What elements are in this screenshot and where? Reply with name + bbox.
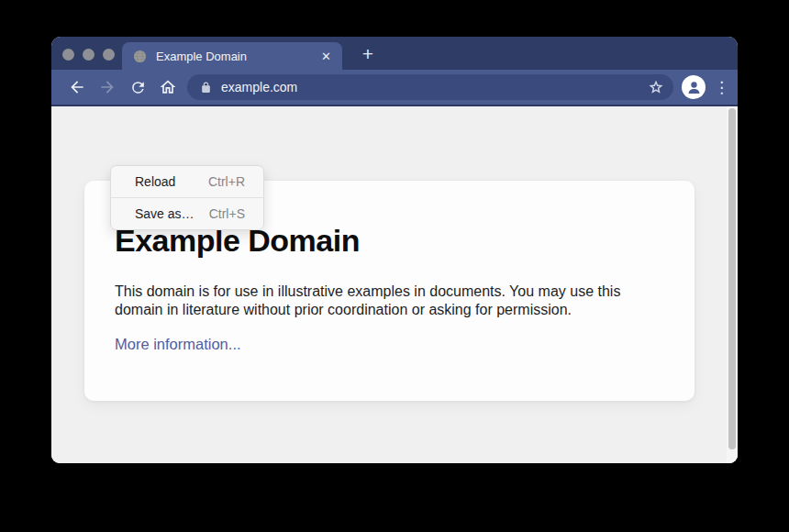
menu-item-shortcut: Ctrl+S [209,206,245,221]
context-menu: Reload Ctrl+R Save as… Ctrl+S [110,165,264,230]
lock-icon[interactable] [200,81,212,94]
context-menu-item-reload[interactable]: Reload Ctrl+R [111,166,263,197]
menu-item-label: Reload [135,174,175,189]
more-information-link[interactable]: More information... [115,336,241,353]
titlebar: Example Domain ✕ + [51,37,738,70]
back-button[interactable] [66,76,88,98]
menu-item-label: Save as… [135,206,194,221]
maximize-button[interactable] [103,49,115,61]
reload-button[interactable] [127,76,149,98]
navigation-toolbar: example.com ⋮ [51,70,738,106]
browser-tab[interactable]: Example Domain ✕ [122,42,342,70]
globe-favicon-icon [133,50,147,63]
menu-item-shortcut: Ctrl+R [208,174,245,189]
context-menu-item-save-as[interactable]: Save as… Ctrl+S [111,198,263,229]
scrollbar-track[interactable] [727,106,738,463]
page-viewport: Example Domain This domain is for use in… [51,106,738,463]
scrollbar-thumb[interactable] [728,108,736,449]
forward-button[interactable] [96,76,118,98]
tab-title: Example Domain [156,50,314,63]
new-tab-button[interactable]: + [355,40,381,66]
tab-close-icon[interactable]: ✕ [321,50,331,62]
window-controls [62,49,115,61]
profile-avatar[interactable] [682,75,706,99]
paragraph-line: domain in literature without prior coord… [115,301,664,319]
browser-menu-icon[interactable]: ⋮ [714,80,723,95]
paragraph-line: This domain is for use in illustrative e… [115,283,664,301]
bookmark-star-icon[interactable] [648,79,664,95]
page-paragraph: This domain is for use in illustrative e… [115,283,664,319]
address-bar[interactable]: example.com [187,74,673,100]
url-text: example.com [221,80,639,94]
minimize-button[interactable] [83,49,94,61]
browser-window: Example Domain ✕ + example.com [51,37,738,463]
close-button[interactable] [62,49,74,61]
person-icon [685,79,703,96]
home-button[interactable] [157,76,179,98]
